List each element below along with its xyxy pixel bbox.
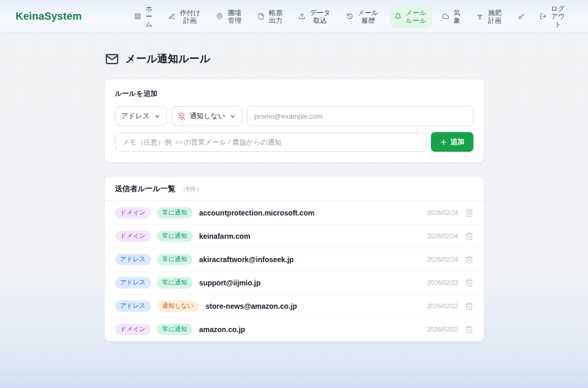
- rule-date: 2026/02/24: [427, 209, 458, 217]
- rule-action-value: 通知しない: [190, 111, 225, 121]
- sprout-icon: [477, 13, 483, 20]
- rule-date: 2026/02/22: [427, 303, 458, 310]
- rule-action-select[interactable]: 通知しない: [172, 106, 242, 126]
- trash-icon: [465, 302, 473, 310]
- rule-row: ドメイン 常に通知 keinafarm.com 2026/02/24: [105, 224, 484, 248]
- rule-pattern: amazon.co.jp: [199, 325, 245, 334]
- upload-icon: [299, 13, 305, 20]
- rule-row: ドメイン 常に通知 amazon.co.jp 2026/02/22: [105, 318, 484, 341]
- top-nav: KeinaSystem ホーム 作付け計画 圃場管理 帳票出力 データ取込 メー…: [0, 0, 588, 33]
- trash-icon: [465, 325, 473, 334]
- rule-action-badge: 常に通知: [157, 254, 192, 265]
- page-title: メール通知ルール: [125, 52, 211, 66]
- grid-icon: [134, 13, 141, 20]
- trash-icon: [465, 279, 473, 287]
- rule-kind-badge: アドレス: [115, 254, 151, 265]
- pencil-icon: [169, 13, 175, 20]
- rule-kind-badge: アドレス: [115, 300, 151, 312]
- delete-rule-button[interactable]: [465, 302, 473, 310]
- rule-action-badge: 常に通知: [157, 277, 192, 289]
- nav-item-fertilizer-plan[interactable]: 施肥計画: [472, 5, 507, 28]
- rule-row: ドメイン 常に通知 accountprotection.microsoft.co…: [105, 201, 484, 224]
- bell-icon: [395, 13, 401, 20]
- nav-item-logout[interactable]: ログアウト: [535, 1, 570, 32]
- page-head: メール通知ルール: [105, 52, 484, 66]
- rule-action-badge: 通知しない: [157, 300, 199, 312]
- add-rule-row-1: アドレス 通知しない: [115, 106, 473, 126]
- rule-date: 2026/02/22: [427, 326, 458, 333]
- rule-action-badge: 常に通知: [157, 324, 192, 335]
- chevron-down-icon: [154, 113, 161, 120]
- key-icon: [518, 13, 525, 20]
- chevron-down-icon: [229, 113, 236, 120]
- bell-off-icon: [178, 112, 186, 120]
- rule-date: 2026/02/23: [427, 279, 458, 286]
- document-icon: [258, 13, 264, 20]
- cloud-icon: [442, 13, 449, 20]
- nav-item-mail-history[interactable]: メール履歴: [342, 5, 384, 28]
- rules-count-badge: （6件）: [179, 185, 202, 194]
- nav-item-data-import[interactable]: データ取込: [294, 5, 336, 28]
- rule-date: 2026/02/24: [427, 233, 458, 240]
- rule-kind-badge: ドメイン: [115, 324, 151, 335]
- trash-icon: [465, 255, 473, 264]
- rule-kind-badge: ドメイン: [115, 207, 151, 219]
- add-rule-row-2: 追加: [115, 132, 473, 152]
- nav-item-api-key[interactable]: [513, 9, 529, 23]
- rule-pattern: store-news@amazon.co.jp: [205, 302, 297, 310]
- nav-item-planting-plan[interactable]: 作付け計画: [164, 5, 206, 28]
- rule-pattern: accountprotection.microsoft.com: [199, 209, 314, 217]
- rule-action-badge: 常に通知: [157, 207, 192, 219]
- rule-type-value: アドレス: [121, 111, 150, 121]
- rule-kind-badge: ドメイン: [115, 231, 151, 242]
- rule-row: アドレス 常に通知 support@iijmio.jp 2026/02/23: [105, 271, 484, 294]
- rule-action-badge: 常に通知: [157, 231, 192, 242]
- logout-icon: [540, 13, 547, 20]
- main-content: メール通知ルール ルールを追加 アドレス 通知しない: [104, 33, 484, 341]
- add-button-label: 追加: [451, 137, 465, 147]
- delete-rule-button[interactable]: [465, 279, 473, 287]
- rule-pattern: support@iijmio.jp: [199, 279, 261, 287]
- add-rule-heading: ルールを追加: [115, 89, 473, 98]
- delete-rule-button[interactable]: [465, 325, 473, 334]
- pattern-input[interactable]: [247, 106, 473, 126]
- rules-list-title: 送信者ルール一覧: [115, 184, 176, 194]
- add-rule-button[interactable]: 追加: [431, 132, 473, 152]
- rule-type-select[interactable]: アドレス: [115, 106, 167, 126]
- nav-item-field-management[interactable]: 圃場管理: [212, 5, 247, 28]
- delete-rule-button[interactable]: [465, 255, 473, 264]
- nav-items: ホーム 作付け計画 圃場管理 帳票出力 データ取込 メール履歴 メールルール 気…: [130, 1, 570, 32]
- history-icon: [346, 13, 353, 20]
- plus-icon: [440, 138, 447, 146]
- rules-rows: ドメイン 常に通知 accountprotection.microsoft.co…: [105, 201, 484, 341]
- add-rule-card: ルールを追加 アドレス 通知しない: [104, 79, 484, 163]
- mail-icon: [105, 52, 119, 66]
- map-pin-icon: [216, 13, 223, 20]
- rules-list-head: 送信者ルール一覧 （6件）: [105, 177, 484, 201]
- rule-date: 2026/02/24: [427, 256, 458, 263]
- rule-pattern: keinafarm.com: [199, 232, 250, 240]
- brand-logo[interactable]: KeinaSystem: [16, 10, 82, 22]
- rule-row: アドレス 通知しない store-news@amazon.co.jp 2026/…: [105, 294, 484, 318]
- rule-kind-badge: アドレス: [115, 277, 151, 289]
- nav-item-report-output[interactable]: 帳票出力: [253, 5, 288, 28]
- rules-list-card: 送信者ルール一覧 （6件） ドメイン 常に通知 accountprotectio…: [104, 176, 484, 341]
- memo-input[interactable]: [115, 132, 426, 152]
- rule-pattern: akiracraftwork@infoseek.jp: [199, 255, 294, 264]
- nav-item-weather[interactable]: 気象: [438, 5, 466, 28]
- rule-row: アドレス 常に通知 akiracraftwork@infoseek.jp 202…: [105, 248, 484, 271]
- trash-icon: [465, 209, 473, 217]
- nav-item-mail-rules[interactable]: メールルール: [390, 5, 432, 28]
- trash-icon: [465, 232, 473, 240]
- delete-rule-button[interactable]: [465, 232, 473, 240]
- delete-rule-button[interactable]: [465, 209, 473, 217]
- nav-item-home[interactable]: ホーム: [130, 1, 158, 32]
